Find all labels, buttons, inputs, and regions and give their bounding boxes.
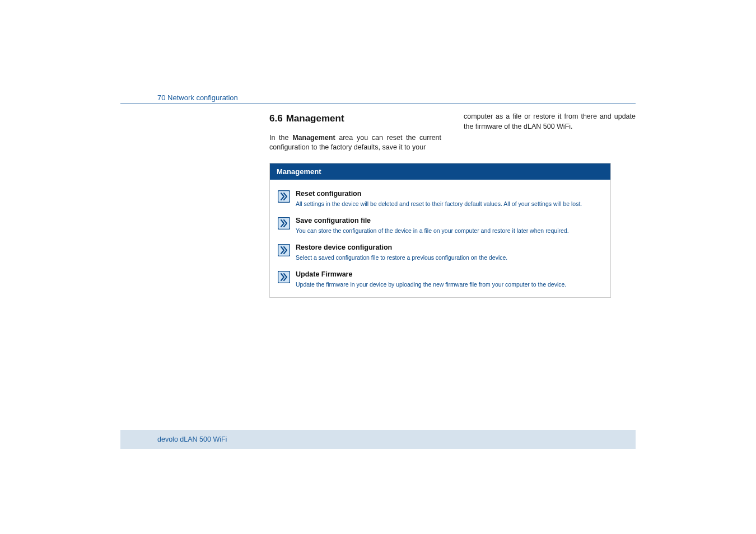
page-footer: devolo dLAN 500 WiFi bbox=[120, 430, 636, 449]
item-save-configuration[interactable]: Save configuration file You can store th… bbox=[278, 212, 603, 239]
chapter-title: Network configuration bbox=[167, 93, 238, 102]
item-title: Update Firmware bbox=[296, 270, 603, 278]
document-page: 70 Network configuration 6.6Management I… bbox=[120, 92, 636, 298]
item-text: Update Firmware Update the firmware in y… bbox=[296, 270, 603, 288]
arrow-icon bbox=[278, 244, 290, 256]
item-text: Reset configuration All settings in the … bbox=[296, 190, 603, 208]
intro-col-right: computer as a file or restore it from th… bbox=[464, 112, 636, 153]
item-reset-configuration[interactable]: Reset configuration All settings in the … bbox=[278, 185, 603, 212]
item-desc: All settings in the device will be delet… bbox=[296, 200, 603, 208]
item-desc: Select a saved configuration file to res… bbox=[296, 254, 603, 261]
header-text: 70 Network configuration bbox=[120, 93, 238, 102]
item-title: Save configuration file bbox=[296, 217, 603, 224]
management-panel: Management Reset configuration All setti… bbox=[269, 163, 611, 298]
section-title: Management bbox=[286, 113, 344, 124]
content-area: 6.6Management In the Management area you… bbox=[120, 112, 636, 298]
item-title: Restore device configuration bbox=[296, 243, 603, 251]
item-title: Reset configuration bbox=[296, 190, 603, 198]
panel-body: Reset configuration All settings in the … bbox=[270, 180, 610, 298]
section-heading: 6.6Management bbox=[269, 112, 441, 125]
intro-paragraph-left: In the Management area you can reset the… bbox=[269, 133, 441, 153]
footer-text: devolo dLAN 500 WiFi bbox=[157, 435, 227, 443]
item-desc: Update the firmware in your device by up… bbox=[296, 280, 603, 288]
panel-title: Management bbox=[270, 163, 610, 180]
item-restore-configuration[interactable]: Restore device configuration Select a sa… bbox=[278, 239, 603, 266]
intro-paragraph-right: computer as a file or restore it from th… bbox=[464, 112, 636, 132]
section-number: 6.6 bbox=[269, 113, 283, 124]
item-desc: You can store the configuration of the d… bbox=[296, 227, 603, 235]
arrow-icon bbox=[278, 217, 290, 229]
page-number: 70 bbox=[157, 93, 165, 102]
intro-columns: 6.6Management In the Management area you… bbox=[269, 112, 636, 153]
arrow-icon bbox=[278, 271, 290, 283]
item-update-firmware[interactable]: Update Firmware Update the firmware in y… bbox=[278, 266, 603, 293]
item-text: Restore device configuration Select a sa… bbox=[296, 243, 603, 261]
arrow-icon bbox=[278, 190, 290, 203]
intro-col-left: 6.6Management In the Management area you… bbox=[269, 112, 441, 153]
item-text: Save configuration file You can store th… bbox=[296, 217, 603, 235]
page-header: 70 Network configuration bbox=[120, 92, 636, 104]
